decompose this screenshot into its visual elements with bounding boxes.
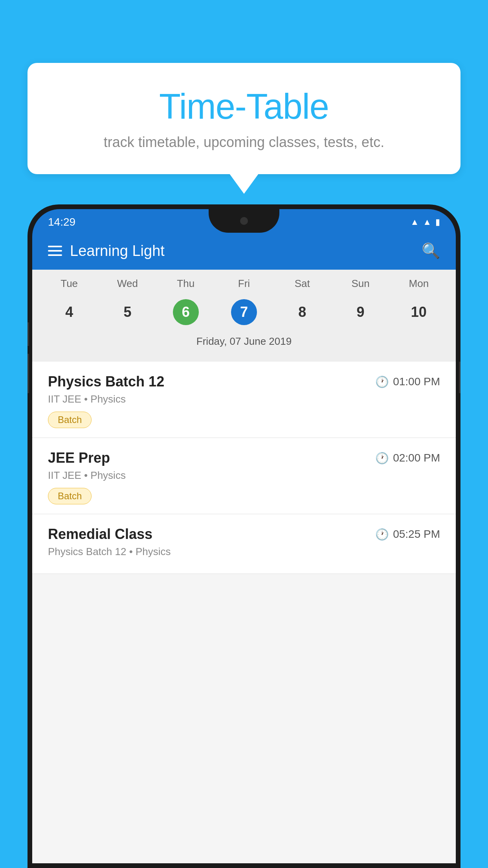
day-9[interactable]: 9 (331, 294, 389, 331)
bubble-subtitle: track timetable, upcoming classes, tests… (59, 134, 429, 151)
schedule-item-2[interactable]: Remedial Class 🕐 05:25 PM Physics Batch … (32, 514, 456, 574)
schedule-item-2-subtitle: Physics Batch 12 • Physics (48, 546, 440, 558)
day-8[interactable]: 8 (273, 294, 331, 331)
schedule-item-1-subtitle: IIT JEE • Physics (48, 469, 440, 482)
app-title: Learning Light (70, 243, 165, 259)
phone-screen: 14:29 ▲ ▲ ▮ Learning Light 🔍 (32, 209, 456, 863)
day-5[interactable]: 5 (98, 294, 156, 331)
signal-icon: ▲ (423, 217, 431, 227)
schedule-item-0-time: 🕐 01:00 PM (375, 375, 440, 388)
day-7-selected[interactable]: 7 (215, 294, 273, 331)
speech-bubble: Time-Table track timetable, upcoming cla… (28, 63, 460, 174)
clock-icon-0: 🕐 (375, 375, 389, 388)
day-6-today[interactable]: 6 (157, 294, 215, 331)
app-bar-left: Learning Light (48, 243, 165, 259)
schedule-item-2-header: Remedial Class 🕐 05:25 PM (48, 526, 440, 542)
clock-icon-1: 🕐 (375, 452, 389, 465)
wifi-icon: ▲ (410, 217, 419, 227)
schedule-item-0[interactable]: Physics Batch 12 🕐 01:00 PM IIT JEE • Ph… (32, 362, 456, 438)
day-numbers-row: 4 5 6 7 8 9 10 (32, 294, 456, 331)
day-name-5: Sun (331, 278, 389, 290)
speech-bubble-container: Time-Table track timetable, upcoming cla… (28, 63, 460, 174)
volume-down-button (28, 354, 29, 393)
day-names-row: Tue Wed Thu Fri Sat Sun Mon (32, 278, 456, 290)
day-name-4: Sat (273, 278, 331, 290)
front-camera (240, 217, 248, 225)
schedule-item-1-header: JEE Prep 🕐 02:00 PM (48, 450, 440, 466)
clock-icon-2: 🕐 (375, 528, 389, 541)
selected-date-label: Friday, 07 June 2019 (32, 331, 456, 354)
day-name-3: Fri (215, 278, 273, 290)
schedule-item-1-title: JEE Prep (48, 450, 110, 466)
day-name-1: Wed (98, 278, 156, 290)
schedule-item-0-badge: Batch (48, 412, 92, 428)
phone-notch (209, 209, 279, 233)
app-bar: Learning Light 🔍 (32, 232, 456, 270)
status-time: 14:29 (48, 216, 75, 228)
day-name-0: Tue (40, 278, 98, 290)
day-10[interactable]: 10 (390, 294, 448, 331)
status-icons: ▲ ▲ ▮ (410, 217, 440, 227)
phone-frame: 14:29 ▲ ▲ ▮ Learning Light 🔍 (28, 204, 460, 868)
schedule-item-0-header: Physics Batch 12 🕐 01:00 PM (48, 373, 440, 390)
hamburger-menu-button[interactable] (48, 246, 62, 256)
day-4[interactable]: 4 (40, 294, 98, 331)
calendar-strip: Tue Wed Thu Fri Sat Sun Mon 4 5 6 7 8 9 … (32, 270, 456, 362)
schedule-item-0-subtitle: IIT JEE • Physics (48, 393, 440, 405)
schedule-item-1-time-label: 02:00 PM (393, 452, 440, 464)
day-name-6: Mon (390, 278, 448, 290)
battery-icon: ▮ (435, 217, 440, 227)
schedule-item-0-title: Physics Batch 12 (48, 373, 164, 390)
schedule-item-2-time-label: 05:25 PM (393, 528, 440, 541)
schedule-item-2-title: Remedial Class (48, 526, 152, 542)
day-name-2: Thu (157, 278, 215, 290)
bubble-title: Time-Table (59, 86, 429, 127)
volume-up-button (28, 322, 29, 346)
schedule-item-1[interactable]: JEE Prep 🕐 02:00 PM IIT JEE • Physics Ba… (32, 438, 456, 514)
schedule-item-1-time: 🕐 02:00 PM (375, 452, 440, 465)
search-button[interactable]: 🔍 (422, 242, 440, 259)
power-button (459, 362, 460, 393)
schedule-list: Physics Batch 12 🕐 01:00 PM IIT JEE • Ph… (32, 362, 456, 574)
schedule-item-2-time: 🕐 05:25 PM (375, 528, 440, 541)
schedule-item-0-time-label: 01:00 PM (393, 375, 440, 388)
schedule-item-1-badge: Batch (48, 488, 92, 504)
screen-content: Tue Wed Thu Fri Sat Sun Mon 4 5 6 7 8 9 … (32, 270, 456, 863)
